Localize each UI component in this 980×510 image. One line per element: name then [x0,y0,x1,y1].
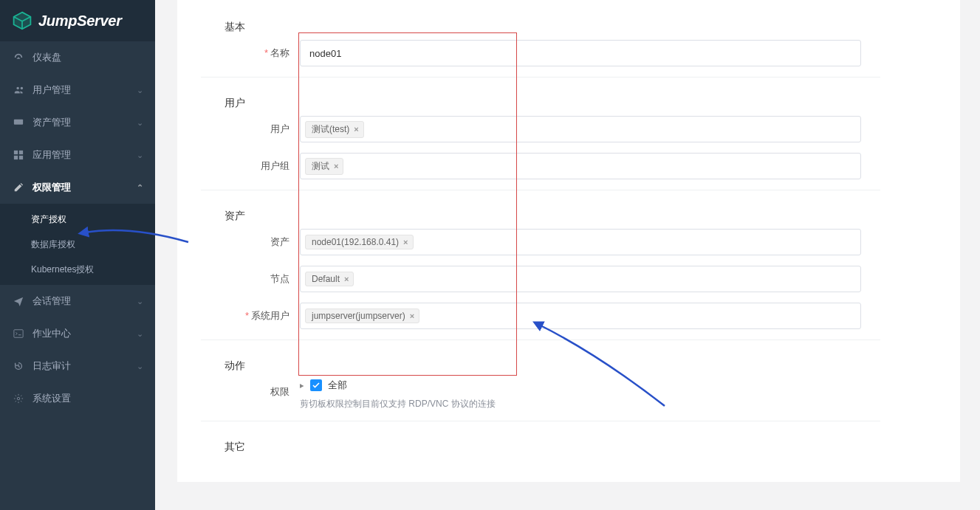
nav-label: 应用管理 [32,148,71,162]
perm-all-label: 全部 [328,379,347,392]
section-user: 用户 [177,91,960,116]
tag: 测试(test) × [305,121,364,138]
nav-audits[interactable]: 日志审计 ⌄ [0,350,155,382]
edit-icon [13,182,24,193]
nav-users[interactable]: 用户管理 ⌄ [0,74,155,106]
nav-label: 用户管理 [32,83,71,97]
nav-label: 会话管理 [32,294,71,308]
section-action: 动作 [177,354,960,379]
svg-rect-2 [14,120,23,125]
perm-all-checkbox[interactable] [310,379,322,391]
tag: 测试 × [305,158,343,175]
tag: jumpserver(jumpserver) × [305,309,419,323]
main-content: 基本 *名称 用户 用户 测试(test) × 用户组 [155,0,980,510]
history-icon [13,361,24,371]
nav-sublabel: 数据库授权 [31,238,75,251]
nav-dashboard[interactable]: 仪表盘 [0,41,155,74]
caret-right-icon[interactable]: ▸ [300,380,304,390]
chevron-down-icon: ⌄ [137,151,143,160]
nav-label: 仪表盘 [32,51,61,64]
svg-rect-3 [17,125,20,126]
label-asset: 资产 [177,229,300,249]
nav-apps[interactable]: 应用管理 ⌄ [0,139,155,171]
gear-icon [13,393,24,404]
close-icon[interactable]: × [334,162,338,170]
form-panel: 基本 *名称 用户 用户 测试(test) × 用户组 [177,0,960,482]
nav-perms-asset[interactable]: 资产授权 [0,207,155,232]
section-other: 其它 [177,435,960,460]
nav-sublabel: 资产授权 [31,213,66,226]
nav-sublabel: Kubernetes授权 [31,263,94,276]
nav-perms-kubernetes[interactable]: Kubernetes授权 [0,257,155,282]
svg-rect-7 [19,156,23,159]
nav-sessions[interactable]: 会话管理 ⌄ [0,285,155,317]
brand-text: JumpServer [38,13,122,30]
terminal-icon [13,328,24,339]
plane-icon [13,296,24,306]
svg-rect-8 [14,330,23,338]
brand[interactable]: JumpServer [0,0,155,41]
chevron-down-icon: ⌄ [137,118,143,128]
nav-label: 作业中心 [32,327,71,340]
systemuser-select[interactable]: jumpserver(jumpserver) × [300,303,861,329]
svg-point-9 [17,397,20,400]
nav-perms[interactable]: 权限管理 ⌃ [0,171,155,204]
close-icon[interactable]: × [344,275,349,283]
name-input[interactable] [300,40,861,66]
divider [201,421,880,421]
chevron-up-icon: ⌃ [137,183,143,193]
svg-rect-5 [19,151,23,154]
apps-icon [13,150,24,160]
divider [201,340,880,340]
asset-select[interactable]: node01(192.168.0.41) × [300,229,861,255]
chevron-down-icon: ⌄ [137,329,143,339]
close-icon[interactable]: × [354,125,358,134]
dashboard-icon [13,52,24,63]
usergroup-select[interactable]: 测试 × [300,153,861,179]
user-select[interactable]: 测试(test) × [300,116,861,142]
label-perm: 权限 [177,379,300,399]
nav-label: 系统设置 [32,392,71,405]
users-icon [13,85,24,95]
svg-rect-4 [14,151,18,154]
label-user: 用户 [177,116,300,136]
nav-settings[interactable]: 系统设置 [0,382,155,415]
close-icon[interactable]: × [403,238,408,247]
perm-note: 剪切板权限控制目前仅支持 RDP/VNC 协议的连接 [300,398,861,410]
tag: Default × [305,272,354,286]
label-name: *名称 [177,40,300,60]
divider [201,77,880,77]
chevron-down-icon: ⌄ [137,86,143,95]
node-select[interactable]: Default × [300,266,861,292]
nav-label: 日志审计 [32,359,71,373]
svg-rect-6 [14,156,18,159]
divider [201,190,880,190]
nav-jobs[interactable]: 作业中心 ⌄ [0,317,155,350]
tag: node01(192.168.0.41) × [305,235,414,249]
chevron-down-icon: ⌄ [137,297,143,306]
label-usergroup: 用户组 [177,153,300,173]
section-basic: 基本 [177,15,960,40]
nav-label: 权限管理 [32,181,71,194]
label-node: 节点 [177,266,300,286]
label-systemuser: *系统用户 [177,303,300,323]
nav-label: 资产管理 [32,116,71,129]
sidebar: JumpServer 仪表盘 用户管理 ⌄ 资产管理 ⌄ 应用管理 ⌄ 权限管理 [0,0,155,510]
close-icon[interactable]: × [410,311,414,320]
nav-perms-database[interactable]: 数据库授权 [0,232,155,257]
asset-icon [13,117,24,128]
section-asset: 资产 [177,204,960,229]
chevron-down-icon: ⌄ [137,362,143,371]
nav-assets[interactable]: 资产管理 ⌄ [0,106,155,139]
logo-icon [12,10,32,31]
